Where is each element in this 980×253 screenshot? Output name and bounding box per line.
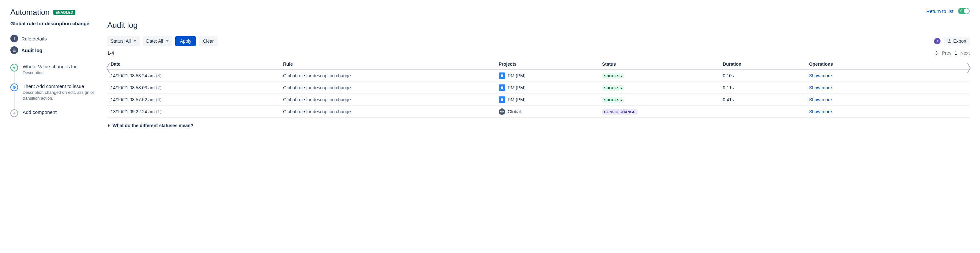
table-row: 14/10/21 08:58:24 am (8)Global rule for … — [107, 70, 970, 82]
cell-status: SUCCESS — [599, 94, 720, 106]
nav-rule-details[interactable]: Rule details — [10, 33, 94, 45]
export-button[interactable]: Export — [944, 37, 970, 46]
project-icon — [499, 84, 505, 91]
cell-project: PM (PM) — [495, 70, 599, 82]
col-duration[interactable]: Duration — [720, 59, 806, 70]
nav-audit-log[interactable]: Audit log — [10, 45, 94, 56]
cell-rule: Global rule for description change — [280, 94, 495, 106]
pager-page: 1 — [955, 51, 957, 56]
cell-status: CONFIG CHANGE — [599, 106, 720, 118]
project-icon — [499, 72, 505, 79]
svg-rect-3 — [13, 50, 16, 51]
status-badge: CONFIG CHANGE — [602, 109, 638, 115]
pager-next[interactable]: Next — [960, 51, 970, 56]
sidebar: Automation ENABLED Global rule for descr… — [10, 8, 94, 128]
svg-rect-2 — [13, 49, 16, 49]
section-title: Audit log — [107, 21, 970, 30]
show-more-link[interactable]: Show more — [809, 97, 832, 102]
page-title: Automation — [10, 8, 49, 17]
rule-name: Global rule for description change — [10, 21, 94, 26]
date-value: 13/10/21 09:22:24 am — [111, 109, 154, 114]
svg-rect-8 — [13, 113, 16, 113]
info-icon — [10, 35, 18, 42]
project-icon — [499, 108, 505, 115]
apply-button[interactable]: Apply — [175, 36, 196, 46]
cell-duration — [720, 106, 806, 118]
col-operations[interactable]: Operations — [806, 59, 970, 70]
svg-rect-1 — [14, 38, 14, 40]
chevron-down-icon — [133, 40, 137, 43]
col-projects[interactable]: Projects — [495, 59, 599, 70]
rail-collapse-right[interactable] — [965, 62, 973, 75]
project-icon — [499, 96, 505, 103]
flow-trigger[interactable]: When: Value changes for Description — [10, 64, 94, 76]
pager: Prev 1 Next — [934, 51, 970, 56]
project-name: PM (PM) — [508, 97, 526, 102]
cell-operations: Show more — [806, 94, 970, 106]
cell-date: 14/10/21 08:57:52 am (6) — [107, 94, 280, 106]
flow-add-component-label: Add component — [23, 109, 94, 115]
svg-rect-4 — [13, 51, 16, 52]
cell-duration: 0.10s — [720, 70, 806, 82]
chevron-down-icon — [165, 40, 169, 43]
trigger-icon — [10, 64, 18, 72]
flow-add-component[interactable]: Add component — [10, 109, 94, 115]
show-more-link[interactable]: Show more — [809, 73, 832, 78]
flow-action[interactable]: Then: Add comment to issue Description c… — [10, 83, 94, 101]
flow-trigger-sub: Description — [23, 70, 94, 76]
svg-rect-11 — [501, 99, 503, 101]
enabled-badge: ENABLED — [53, 10, 75, 15]
status-help-text: What do the different statuses mean? — [113, 123, 193, 128]
rail-collapse-left[interactable] — [104, 62, 112, 75]
date-value: 14/10/21 08:58:03 am — [111, 85, 154, 90]
chevron-right-icon — [107, 124, 111, 127]
cell-date: 13/10/21 09:22:24 am (1) — [107, 106, 280, 118]
svg-rect-10 — [501, 86, 503, 89]
cell-operations: Show more — [806, 70, 970, 82]
cell-date: 14/10/21 08:58:03 am (7) — [107, 82, 280, 94]
date-value: 14/10/21 08:57:52 am — [111, 97, 154, 102]
cell-rule: Global rule for description change — [280, 70, 495, 82]
date-count: (1) — [156, 109, 161, 114]
cell-project: Global — [495, 106, 599, 118]
col-rule[interactable]: Rule — [280, 59, 495, 70]
plus-icon — [10, 109, 18, 117]
status-help-expand[interactable]: What do the different statuses mean? — [107, 123, 970, 128]
date-count: (8) — [156, 73, 161, 78]
cell-status: SUCCESS — [599, 70, 720, 82]
nav-audit-log-label: Audit log — [21, 48, 42, 53]
nav-rule-details-label: Rule details — [21, 36, 46, 41]
project-name: PM (PM) — [508, 85, 526, 90]
cell-project: PM (PM) — [495, 94, 599, 106]
flow-trigger-title: When: Value changes for — [23, 64, 94, 69]
project-name: PM (PM) — [508, 73, 526, 78]
flow-action-title: Then: Add comment to issue — [23, 83, 94, 89]
rule-flow: When: Value changes for Description Then… — [10, 64, 94, 115]
col-date[interactable]: Date — [107, 59, 280, 70]
col-status[interactable]: Status — [599, 59, 720, 70]
cell-status: SUCCESS — [599, 82, 720, 94]
info-help-icon[interactable]: i — [934, 38, 940, 45]
action-icon — [10, 83, 18, 91]
status-badge: SUCCESS — [602, 97, 624, 103]
list-icon — [10, 46, 18, 54]
date-filter[interactable]: Date: All — [143, 36, 172, 46]
status-filter[interactable]: Status: All — [107, 36, 140, 46]
date-filter-label: Date: All — [146, 38, 163, 44]
audit-table: Date Rule Projects Status Duration Opera… — [107, 59, 970, 118]
cell-duration: 0.11s — [720, 82, 806, 94]
table-row: 14/10/21 08:58:03 am (7)Global rule for … — [107, 82, 970, 94]
main-content: Audit log Status: All Date: All Apply Cl… — [107, 8, 970, 128]
status-badge: SUCCESS — [602, 73, 624, 79]
export-label: Export — [953, 38, 966, 44]
refresh-icon[interactable] — [934, 51, 939, 56]
cell-project: PM (PM) — [495, 82, 599, 94]
cell-operations: Show more — [806, 106, 970, 118]
pager-prev[interactable]: Prev — [942, 51, 951, 56]
show-more-link[interactable]: Show more — [809, 109, 832, 114]
result-range: 1-4 — [107, 51, 114, 56]
show-more-link[interactable]: Show more — [809, 85, 832, 90]
svg-point-6 — [14, 87, 15, 88]
date-count: (6) — [156, 97, 161, 102]
clear-button[interactable]: Clear — [199, 36, 217, 46]
